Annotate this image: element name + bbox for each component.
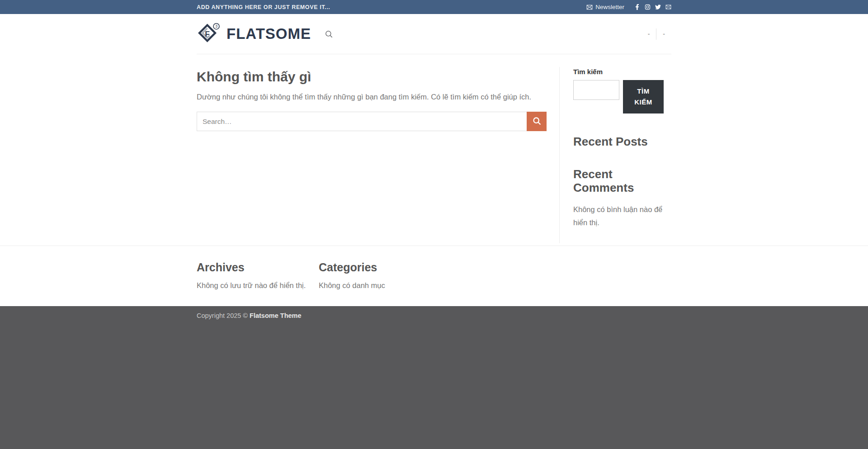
sidebar: Tìm kiếm TÌM KIẾM Recent Posts Recent Co…: [559, 67, 671, 243]
logo[interactable]: F 3 FLATSOME: [197, 22, 311, 46]
copyright: Copyright 2025 © Flatsome Theme: [197, 312, 671, 319]
sidebar-search-input[interactable]: [573, 80, 619, 100]
archives-title: Archives: [197, 261, 319, 274]
footer-categories-widget: Categories Không có danh mục: [319, 261, 441, 290]
nav-item-2[interactable]: -: [656, 30, 671, 38]
nav-item-1[interactable]: -: [642, 30, 656, 38]
sidebar-search-button[interactable]: TÌM KIẾM: [623, 80, 664, 113]
header-search-icon[interactable]: [325, 30, 333, 38]
footer-archives-widget: Archives Không có lưu trữ nào để hiển th…: [197, 261, 319, 290]
main-content: Không tìm thấy gì Dường như chúng tôi kh…: [190, 54, 678, 246]
social-links: [634, 4, 671, 10]
newsletter-label: Newsletter: [595, 4, 624, 10]
logo-badge: 3: [215, 24, 217, 28]
search-icon: [532, 116, 542, 127]
main-search-input[interactable]: [197, 112, 547, 131]
newsletter-envelope-icon: [586, 4, 593, 10]
page: ADD ANYTHING HERE OR JUST REMOVE IT... N…: [0, 0, 868, 449]
recent-comments-title: Recent Comments: [573, 168, 671, 195]
twitter-icon[interactable]: [655, 4, 661, 10]
no-comments-message: Không có bình luận nào để hiển thị.: [573, 203, 671, 230]
categories-title: Categories: [319, 261, 441, 274]
newsletter-link[interactable]: Newsletter: [586, 4, 624, 10]
topbar: ADD ANYTHING HERE OR JUST REMOVE IT... N…: [0, 0, 868, 14]
copyright-text: Copyright 2025 ©: [197, 312, 250, 319]
absolute-footer: Copyright 2025 © Flatsome Theme: [0, 306, 868, 449]
instagram-icon[interactable]: [645, 4, 651, 10]
main-search-form: [197, 112, 547, 131]
svg-text:F: F: [205, 29, 210, 38]
topbar-message: ADD ANYTHING HERE OR JUST REMOVE IT...: [197, 4, 330, 10]
archives-empty-message: Không có lưu trữ nào để hiển thị.: [197, 281, 319, 290]
email-icon[interactable]: [665, 4, 671, 10]
page-description: Dường như chúng tôi không thể tìm thấy n…: [197, 91, 547, 103]
footer-widgets: Archives Không có lưu trữ nào để hiển th…: [0, 246, 868, 306]
copyright-brand: Flatsome Theme: [250, 312, 301, 319]
sidebar-search-label: Tìm kiếm: [573, 68, 671, 76]
header-nav: - -: [642, 28, 671, 40]
topbar-right: Newsletter: [586, 4, 671, 10]
not-found-section: Không tìm thấy gì Dường như chúng tôi kh…: [197, 54, 559, 145]
page-title: Không tìm thấy gì: [197, 68, 547, 85]
categories-empty-message: Không có danh mục: [319, 281, 441, 290]
recent-posts-title: Recent Posts: [573, 135, 671, 149]
logo-text: FLATSOME: [226, 25, 311, 43]
logo-diamond-icon: F 3: [197, 22, 221, 46]
header: F 3 FLATSOME - -: [0, 14, 868, 54]
main-search-submit-button[interactable]: [527, 112, 547, 131]
sidebar-search-widget: Tìm kiếm TÌM KIẾM: [573, 68, 671, 113]
facebook-icon[interactable]: [634, 4, 640, 10]
